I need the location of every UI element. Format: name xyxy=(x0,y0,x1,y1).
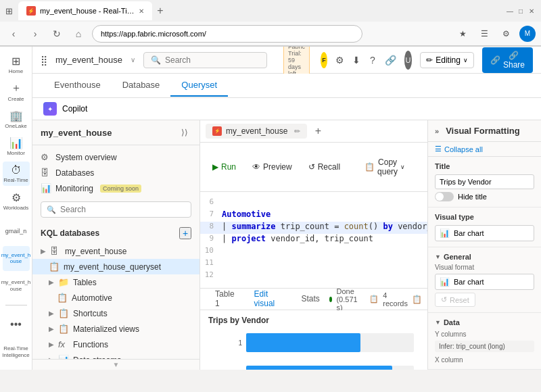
maximize-button[interactable] xyxy=(517,7,525,15)
settings-button[interactable]: ⚙ xyxy=(335,51,344,70)
tree-item-system-overview[interactable]: ⚙ System overview xyxy=(32,149,199,165)
search-bar[interactable]: 🔍 xyxy=(41,201,191,218)
collections-button[interactable]: ☰ xyxy=(476,26,492,42)
tab-favicon: ⚡ xyxy=(26,6,36,16)
bar-track-1 xyxy=(246,333,414,352)
address-input[interactable] xyxy=(92,25,362,43)
trial-coin: F xyxy=(321,52,327,68)
tree-item-functions[interactable]: ▶ fx Functions xyxy=(32,337,199,352)
line-num-8: 8 xyxy=(200,222,222,230)
code-editor[interactable]: 6 7 Automotive 8 | summarize trip_count … xyxy=(200,192,427,289)
help-button[interactable]: ? xyxy=(369,51,377,70)
panel-header-buttons: ⟩⟩ xyxy=(178,126,191,139)
refresh-button[interactable]: ↻ xyxy=(49,26,65,42)
collapse-all-button[interactable]: ☰ Collapse all xyxy=(428,142,541,157)
rail-item-onelake[interactable]: 🏢 OneLake xyxy=(3,107,30,131)
preview-button[interactable]: 👁 Preview xyxy=(245,160,299,174)
settings-button[interactable]: ⚙ xyxy=(498,26,514,42)
tree-item-materialized-views[interactable]: ▶ 📋 Materialized views xyxy=(32,321,199,337)
bar-chart: 1 2 xyxy=(208,330,419,370)
mat-views-icon: 📋 xyxy=(58,324,69,334)
expand-panel-button[interactable]: ⟩⟩ xyxy=(178,126,191,139)
copy-results-icon[interactable]: 📋 xyxy=(412,295,422,304)
close-button[interactable] xyxy=(527,7,536,15)
waffle-icon[interactable]: ⣿ xyxy=(41,55,47,66)
rail-item-workloads[interactable]: ⚙ Workloads xyxy=(3,189,30,213)
global-search-input[interactable] xyxy=(165,55,260,65)
monitoring-icon: 📊 xyxy=(41,183,51,193)
status-label: Done (0.571 s) xyxy=(336,289,365,312)
tree-item-tables[interactable]: ▶ 📁 Tables xyxy=(32,274,199,290)
new-tab-button[interactable]: + xyxy=(152,3,168,19)
right-panel: » Visual Formatting ☰ Collapse all Title xyxy=(427,120,541,370)
home-button[interactable]: ⌂ xyxy=(70,26,87,42)
search-input[interactable] xyxy=(60,205,185,214)
data-collapse-btn[interactable]: ▼ Data xyxy=(435,318,534,326)
query-tab-main[interactable]: ⚡ my_event_house ✏ xyxy=(206,124,307,139)
line-content-11 xyxy=(222,258,427,268)
content-area: my_event_house ⟩⟩ ⚙ System overview 🗄 Da… xyxy=(32,120,541,370)
profile-button[interactable]: M xyxy=(519,26,536,42)
tree-item-shortcuts[interactable]: ▶ 📋 Shortcuts xyxy=(32,305,199,321)
chart-area: Trips by Vendor 1 2 xyxy=(200,310,427,370)
back-button[interactable]: ‹ xyxy=(5,26,22,42)
rail-item-create[interactable]: ＋ Create xyxy=(3,79,30,103)
rail-item-home[interactable]: ⊞ Home xyxy=(3,52,30,76)
vf-collapse-btn[interactable]: » xyxy=(435,127,439,135)
tree-item-databases[interactable]: 🗄 Databases xyxy=(32,165,199,180)
rail-item-monitor[interactable]: 📊 Monitor xyxy=(3,134,30,158)
visual-format-option[interactable]: 📊 Bar chart xyxy=(435,274,534,290)
favorites-button[interactable]: ★ xyxy=(454,26,471,42)
tree-item-queryset[interactable]: 📋 my_event_house_queryset xyxy=(32,259,199,274)
shortcuts-chevron-icon: ▶ xyxy=(49,310,54,317)
tab-eventhouse[interactable]: Eventhouse xyxy=(43,74,112,97)
general-option-row: 📊 Bar chart xyxy=(435,274,534,290)
hide-title-toggle[interactable] xyxy=(435,192,454,201)
forward-button[interactable]: › xyxy=(27,26,43,42)
rail-item-realtime[interactable]: ⏱ Real-Time xyxy=(3,162,30,186)
run-icon: ▶ xyxy=(212,162,218,172)
tree-item-automotive[interactable]: 📋 Automotive xyxy=(32,290,199,305)
vf-data-section: ▼ Data Y columns Infer: trip_count (long… xyxy=(428,313,541,370)
user-avatar[interactable]: U xyxy=(404,51,413,70)
visual-type-option[interactable]: 📊 Bar chart xyxy=(435,225,534,241)
tree-item-data-streams[interactable]: ▶ 📊 Data streams xyxy=(32,352,199,359)
coming-soon-badge: Coming soon xyxy=(100,185,141,193)
minimize-button[interactable] xyxy=(506,7,514,15)
download-button[interactable]: ⬇ xyxy=(352,51,360,70)
browser-tab[interactable]: ⚡ my_event_house - Real-Time Inte... ✕ xyxy=(18,1,152,20)
monitor-icon: 📊 xyxy=(9,137,23,149)
share-button[interactable]: 🔗 🔗 Share xyxy=(482,47,533,73)
rail-item-my-event-house[interactable]: my_event_house xyxy=(3,246,30,270)
copilot-bar[interactable]: ✦ Copilot xyxy=(32,98,541,120)
line-num-12: 12 xyxy=(200,270,222,279)
rail-item-realtime-intelligence[interactable]: Real-TimeIntelligence xyxy=(3,340,30,364)
run-button[interactable]: ▶ Run xyxy=(206,160,243,174)
result-tab-stats[interactable]: Stats xyxy=(291,290,329,309)
reset-button[interactable]: ↺ Reset xyxy=(435,293,475,307)
tree-item-monitoring[interactable]: 📊 Monitoring Coming soon xyxy=(32,180,199,196)
title-input[interactable] xyxy=(435,174,534,189)
rail-item-more[interactable]: ••• xyxy=(3,312,30,337)
icon-rail: ⊞ Home ＋ Create 🏢 OneLake 📊 Monitor ⏱ Re… xyxy=(0,47,32,370)
tab-close-btn[interactable]: ✕ xyxy=(139,7,144,15)
edit-tab-icon[interactable]: ✏ xyxy=(294,127,300,136)
add-kql-button[interactable]: + xyxy=(179,227,191,239)
pin-dashboard-button[interactable]: 📌 Pin to dashboard xyxy=(423,155,427,179)
editing-button[interactable]: ✏ Editing ∨ xyxy=(420,52,474,68)
rail-item-gmail[interactable]: gmail_n xyxy=(3,219,30,243)
tab-queryset[interactable]: Queryset xyxy=(170,74,228,97)
rail-item-my-event-house-2[interactable]: my_event_house xyxy=(3,274,30,298)
add-query-tab-button[interactable]: + xyxy=(310,123,326,139)
reset-icon: ↺ xyxy=(441,295,447,304)
share-link-button[interactable]: 🔗 xyxy=(385,51,396,70)
tree-item-my-event-house[interactable]: ▶ 🗄 my_event_house xyxy=(32,243,199,259)
kql-section-label: KQL databases xyxy=(41,228,99,238)
copy-query-button[interactable]: 📋 Copy query ∨ xyxy=(358,155,412,179)
visual-format-value: Bar chart xyxy=(454,278,484,286)
general-collapse-btn[interactable]: ▼ General xyxy=(435,253,534,261)
recall-icon: ↺ xyxy=(308,162,315,172)
recall-button[interactable]: ↺ Recall xyxy=(302,160,347,174)
tab-database[interactable]: Database xyxy=(112,74,171,97)
global-search-box[interactable]: 🔍 xyxy=(143,52,267,68)
